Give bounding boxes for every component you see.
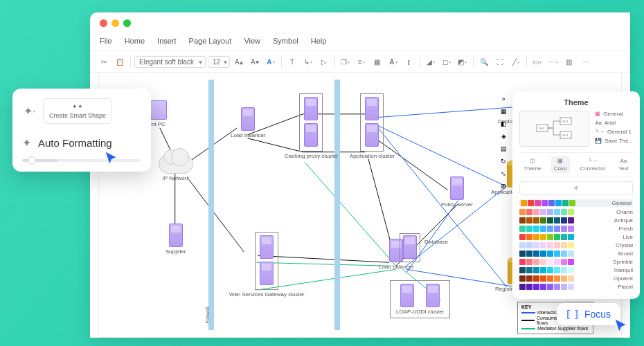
rail-theme-icon[interactable]: ▦ [501, 108, 507, 115]
font-select[interactable]: Elegant soft black [134, 56, 206, 68]
theme-opt-font[interactable]: AaArial [595, 120, 633, 126]
sparkle-icon[interactable]: ✦ [22, 104, 36, 118]
rail-history-icon[interactable]: ↻ [501, 158, 506, 165]
palette-placid[interactable]: Placid [519, 284, 633, 290]
fill-icon[interactable]: ◢ [424, 55, 438, 69]
node-ip-network[interactable]: IP Network [159, 154, 193, 181]
layers-icon[interactable]: ❐ [339, 55, 352, 69]
window-controls [90, 12, 630, 34]
rail-page-icon[interactable]: ▤ [501, 145, 507, 152]
create-smart-shape-button[interactable]: ✦✦ Create Smart Shape [43, 98, 112, 124]
auto-formatting-panel: ✦ ✦✦ Create Smart Shape ✦ Auto Formattin… [12, 89, 151, 172]
font-color-icon[interactable]: A [264, 55, 278, 69]
line-style-icon[interactable]: ╱ [509, 55, 523, 69]
rail-layers-icon[interactable]: ◈ [501, 133, 506, 140]
connector-icon[interactable]: ↳ [301, 55, 315, 69]
menu-help[interactable]: Help [311, 37, 327, 45]
font-size-select[interactable]: 12 [208, 56, 230, 68]
distribute-icon[interactable]: ⫿ [402, 55, 416, 69]
align-icon[interactable]: ≡ [355, 55, 368, 69]
palette-antique[interactable]: Antique [519, 217, 633, 224]
cursor-icon [104, 151, 119, 169]
palette-opulent[interactable]: Opulent [519, 275, 633, 282]
theme-preview[interactable]: texttexttext [519, 111, 589, 147]
tab-color[interactable]: ▦Color [551, 156, 570, 173]
font-decrease-icon[interactable]: A▾ [248, 55, 262, 69]
cut-icon[interactable]: ✂ [97, 55, 111, 69]
palette-list: GeneralCharmAntiqueFreshLiveCrystalBroad… [519, 199, 633, 290]
rail-expand2-icon[interactable]: ⤡ [501, 170, 506, 177]
svg-text:text: text [562, 133, 569, 137]
menu-file[interactable]: File [100, 37, 112, 45]
menu-insert[interactable]: Insert [157, 37, 177, 45]
theme-title: Theme [519, 98, 633, 107]
rail-style-icon[interactable]: ◧ [501, 120, 507, 127]
fit-icon[interactable]: ⛶ [493, 55, 507, 69]
dash-icon[interactable]: ⋯ [546, 55, 560, 69]
svg-text:text: text [562, 119, 569, 123]
node-policy-server[interactable]: Policy server [441, 176, 473, 208]
zoom-icon[interactable]: 🔍 [477, 55, 491, 69]
palette-fresh[interactable]: Fresh [519, 226, 633, 232]
menu-page-layout[interactable]: Page Layout [189, 37, 232, 45]
palette-sprinkle[interactable]: Sprinkle [519, 259, 633, 265]
crop-icon[interactable]: ◩ [456, 55, 469, 69]
palette-general[interactable]: General [519, 199, 633, 207]
palette-broad[interactable]: Broad [519, 251, 633, 257]
text-align-icon[interactable]: A [386, 55, 400, 69]
focus-icon: ⟦ ⟧ [566, 309, 579, 320]
palette-charm[interactable]: Charm [519, 209, 633, 215]
node-database-label: Database [424, 239, 448, 245]
tab-text[interactable]: AaText [616, 156, 632, 173]
tab-theme[interactable]: ◫Theme [521, 156, 544, 173]
menu-symbol[interactable]: Symbol [273, 37, 298, 45]
theme-opt-connector[interactable]: └→General 1 [595, 129, 633, 135]
add-palette-button[interactable]: + [519, 181, 633, 195]
node-supplier[interactable]: Supplier [166, 224, 186, 255]
palette-tranquil[interactable]: Tranquil [519, 267, 633, 273]
rail-props-icon[interactable]: ⊞ [501, 183, 506, 190]
theme-opt-general[interactable]: ▦General [595, 111, 633, 117]
node-ws-gateway[interactable]: Web Services Gateway cluster [229, 232, 305, 298]
focus-button[interactable]: ⟦ ⟧ Focus [557, 303, 620, 325]
pointer-icon[interactable]: ▷ [317, 55, 331, 69]
menu-bar: File Home Insert Page Layout View Symbol… [90, 34, 630, 51]
svg-line-12 [375, 107, 513, 118]
format-slider[interactable] [22, 159, 141, 162]
page-icon[interactable]: ▥ [562, 55, 576, 69]
maximize-icon[interactable] [123, 19, 131, 27]
menu-home[interactable]: Home [125, 37, 145, 45]
rail-expand-icon[interactable]: » [501, 95, 505, 102]
close-icon[interactable] [100, 19, 107, 27]
theme-tabs: ◫Theme ▦Color └→Connector AaText [519, 152, 633, 177]
node-loap-uddi[interactable]: LOAP-UDDI cluster [390, 280, 450, 318]
sparkle-icon: ✦ [22, 136, 31, 149]
menu-view[interactable]: View [244, 37, 260, 45]
theme-options: ▦General AaArial └→General 1 💾Save The..… [595, 111, 633, 147]
theme-panel: » ▦ ◧ ◈ ▤ ↻ ⤡ ⊞ Theme texttexttext ▦Gene… [512, 91, 640, 299]
node-application-cluster[interactable]: Application cluster [350, 93, 395, 159]
more-icon[interactable]: ⋯ [578, 55, 592, 69]
font-increase-icon[interactable]: A▴ [232, 55, 246, 69]
theme-opt-save[interactable]: 💾Save The... [595, 138, 633, 144]
node-caching-proxy[interactable]: Caching proxy cluster [285, 93, 338, 159]
firewall-label: Firewall [205, 307, 210, 323]
cursor-icon [614, 318, 629, 336]
group-icon[interactable]: ▦ [370, 55, 384, 69]
stroke-icon[interactable]: ▭ [530, 55, 544, 69]
toolbar: ✂ 📋 Elegant soft black 12 A▴ A▾ A T ↳ ▷ … [90, 51, 630, 73]
firewall-bar [208, 80, 214, 330]
text-icon[interactable]: T [285, 55, 299, 69]
auto-formatting-button[interactable]: ✦ Auto Formatting [22, 134, 141, 152]
smart-shape-icon: ✦✦ [72, 103, 83, 110]
node-load-balancer-1[interactable]: Load balancer [231, 107, 266, 138]
palette-live[interactable]: Live [519, 234, 633, 240]
palette-crystal[interactable]: Crystal [519, 242, 633, 248]
svg-text:text: text [539, 126, 545, 130]
shadow-icon[interactable]: ◻ [440, 55, 454, 69]
minimize-icon[interactable] [111, 19, 119, 27]
paste-icon[interactable]: 📋 [113, 55, 127, 69]
tab-connector[interactable]: └→Connector [578, 156, 609, 173]
